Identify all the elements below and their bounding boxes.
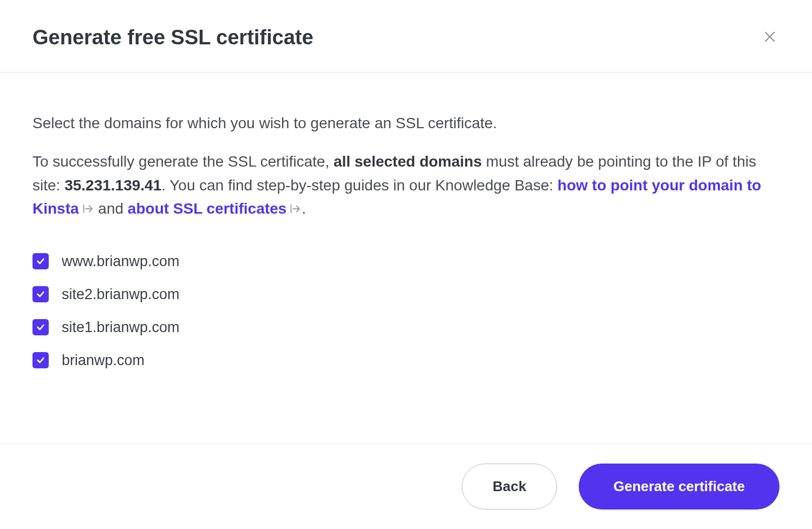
- check-icon: [36, 323, 45, 332]
- ip-address: 35.231.139.41: [64, 177, 161, 194]
- domain-list: www.brianwp.com site2.brianwp.com site1.…: [32, 253, 780, 369]
- modal-body: Select the domains for which you wish to…: [0, 72, 812, 444]
- domain-label: site2.brianwp.com: [62, 286, 180, 303]
- external-link-icon: [289, 198, 300, 221]
- modal-title: Generate free SSL certificate: [32, 26, 313, 49]
- domain-label: site1.brianwp.com: [62, 319, 180, 336]
- instructions-text: To successfully generate the SSL certifi…: [32, 150, 780, 221]
- close-button[interactable]: [760, 27, 780, 49]
- instr-and: and: [94, 200, 128, 217]
- link-about-ssl[interactable]: about SSL certificates: [128, 200, 287, 217]
- instr-part3: . You can find step-by-step guides in ou…: [161, 177, 558, 194]
- domain-checkbox[interactable]: [32, 286, 49, 302]
- modal-footer: Back Generate certificate: [0, 444, 812, 529]
- ssl-modal: Generate free SSL certificate Select the…: [0, 0, 812, 529]
- check-icon: [36, 356, 45, 365]
- domain-row: site1.brianwp.com: [32, 319, 780, 336]
- domain-row: www.brianwp.com: [32, 253, 780, 270]
- instr-period: .: [302, 200, 306, 217]
- close-icon: [762, 29, 777, 44]
- domain-checkbox[interactable]: [32, 352, 49, 368]
- instr-bold: all selected domains: [333, 153, 482, 170]
- intro-text: Select the domains for which you wish to…: [32, 111, 780, 135]
- check-icon: [36, 290, 45, 299]
- domain-label: brianwp.com: [62, 352, 145, 369]
- instr-part1: To successfully generate the SSL certifi…: [32, 153, 333, 170]
- back-button[interactable]: Back: [462, 464, 557, 510]
- external-link-icon: [81, 198, 93, 221]
- check-icon: [36, 257, 45, 266]
- modal-header: Generate free SSL certificate: [0, 0, 812, 72]
- domain-checkbox[interactable]: [32, 253, 49, 269]
- domain-label: www.brianwp.com: [62, 253, 180, 270]
- domain-row: site2.brianwp.com: [32, 286, 780, 303]
- generate-button[interactable]: Generate certificate: [579, 464, 780, 510]
- domain-checkbox[interactable]: [32, 319, 49, 335]
- domain-row: brianwp.com: [32, 352, 780, 369]
